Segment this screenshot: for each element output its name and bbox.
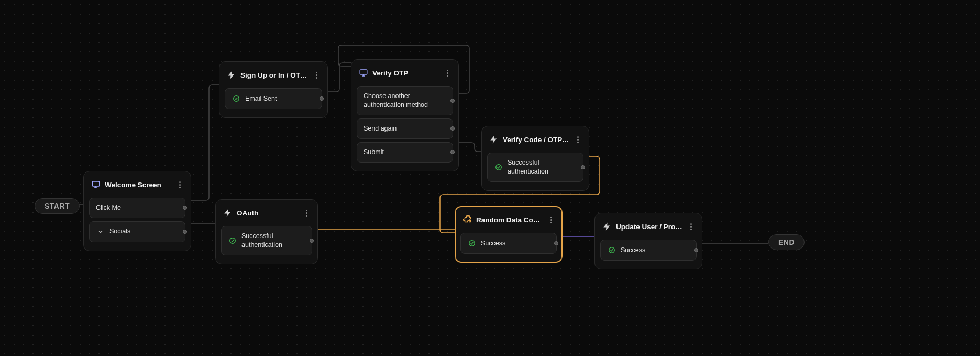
node-welcome-screen[interactable]: Welcome Screen Click Me Socials (83, 171, 191, 251)
node-title: Update User / Properties (616, 223, 683, 231)
check-circle-icon (232, 94, 241, 103)
chevron-down-icon (96, 227, 105, 236)
output-port[interactable] (554, 241, 558, 245)
more-icon[interactable] (313, 70, 320, 80)
output-port[interactable] (694, 248, 698, 252)
more-icon[interactable] (687, 222, 695, 231)
step-label: Click Me (96, 203, 121, 212)
node-title: Sign Up or In / OTP / Email (240, 71, 309, 79)
node-update-user[interactable]: Update User / Properties Success (594, 213, 702, 269)
output-port[interactable] (320, 96, 324, 101)
step-label: Send again (364, 124, 397, 133)
more-icon[interactable] (547, 215, 555, 224)
output-port[interactable] (581, 165, 585, 169)
end-pill[interactable]: END (768, 234, 805, 250)
node-title: OAuth (237, 209, 299, 217)
step-label: Success (621, 246, 645, 255)
end-label: END (778, 238, 795, 246)
output-port[interactable] (450, 150, 455, 154)
step-success-auth[interactable]: Successful authentication (487, 153, 583, 182)
node-header: Sign Up or In / OTP / Email (225, 67, 322, 85)
step-click-me[interactable]: Click Me (89, 198, 185, 218)
node-verify-code[interactable]: Verify Code / OTP / Email Successful aut… (481, 126, 589, 191)
output-port[interactable] (450, 99, 455, 103)
lightning-icon (602, 222, 612, 231)
step-success[interactable]: Success (460, 233, 557, 254)
puzzle-icon (463, 215, 472, 224)
more-icon[interactable] (176, 180, 183, 189)
more-icon[interactable] (303, 208, 310, 218)
step-success[interactable]: Success (600, 240, 697, 261)
lightning-icon (223, 208, 233, 218)
node-header: Verify Code / OTP / Email (487, 132, 583, 149)
check-circle-icon (494, 163, 503, 172)
node-verify-otp[interactable]: Verify OTP Choose another authentication… (351, 59, 459, 171)
step-choose-method[interactable]: Choose another authentication method (357, 86, 453, 115)
step-label: Choose another authentication method (364, 92, 446, 110)
svg-rect-2 (360, 70, 367, 74)
step-label: Successful authentication (508, 158, 577, 176)
start-pill[interactable]: START (35, 198, 80, 214)
step-label: Successful authentication (241, 232, 305, 250)
node-header: OAuth (221, 205, 312, 223)
node-header: Welcome Screen (89, 177, 185, 195)
step-send-again[interactable]: Send again (357, 118, 453, 139)
step-submit[interactable]: Submit (357, 142, 453, 163)
lightning-icon (227, 70, 236, 80)
start-label: START (45, 202, 70, 210)
step-email-sent[interactable]: Email Sent (225, 88, 322, 109)
lightning-icon (489, 135, 499, 144)
check-circle-icon (228, 236, 237, 245)
step-label: Socials (109, 227, 130, 236)
step-label: Success (481, 239, 505, 248)
node-title: Verify OTP (372, 69, 439, 77)
output-port[interactable] (310, 239, 314, 243)
node-title: Verify Code / OTP / Email (503, 136, 570, 144)
node-title: Random Data Connector (476, 216, 543, 224)
node-random-connector[interactable]: Random Data Connector Success (455, 206, 563, 263)
node-header: Verify OTP (357, 65, 453, 83)
output-port[interactable] (183, 206, 187, 210)
node-signup[interactable]: Sign Up or In / OTP / Email Email Sent (219, 61, 328, 118)
step-socials[interactable]: Socials (89, 221, 185, 242)
node-title: Welcome Screen (105, 181, 172, 189)
step-label: Submit (364, 148, 384, 157)
screen-icon (91, 180, 101, 189)
output-port[interactable] (450, 126, 455, 131)
node-header: Update User / Properties (600, 219, 697, 236)
check-circle-icon (607, 245, 616, 255)
more-icon[interactable] (444, 68, 451, 78)
step-success-auth[interactable]: Successful authentication (221, 226, 312, 255)
step-label: Email Sent (245, 94, 277, 103)
more-icon[interactable] (574, 135, 581, 144)
node-header: Random Data Connector (460, 212, 557, 230)
check-circle-icon (467, 239, 477, 248)
node-oauth[interactable]: OAuth Successful authentication (215, 199, 318, 264)
output-port[interactable] (183, 230, 187, 234)
screen-icon (359, 68, 368, 78)
svg-rect-0 (92, 181, 100, 186)
